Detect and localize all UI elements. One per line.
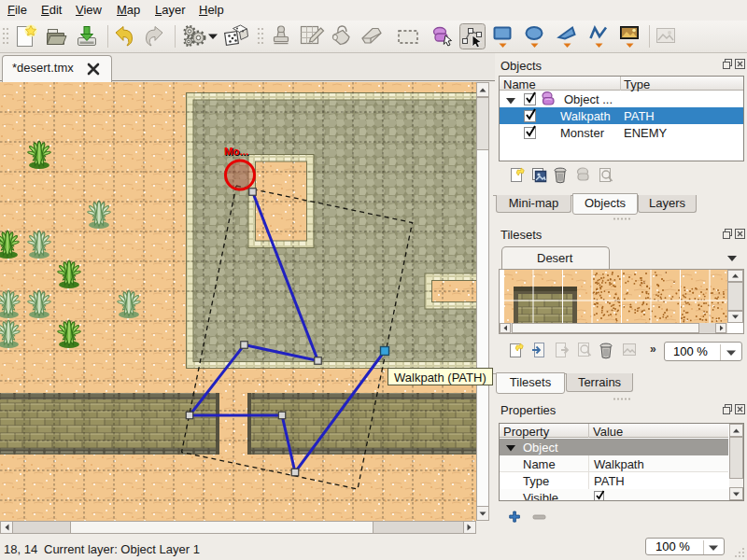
svg-text:»: »	[650, 343, 656, 356]
svg-text:Mo...: Mo...	[224, 146, 248, 157]
